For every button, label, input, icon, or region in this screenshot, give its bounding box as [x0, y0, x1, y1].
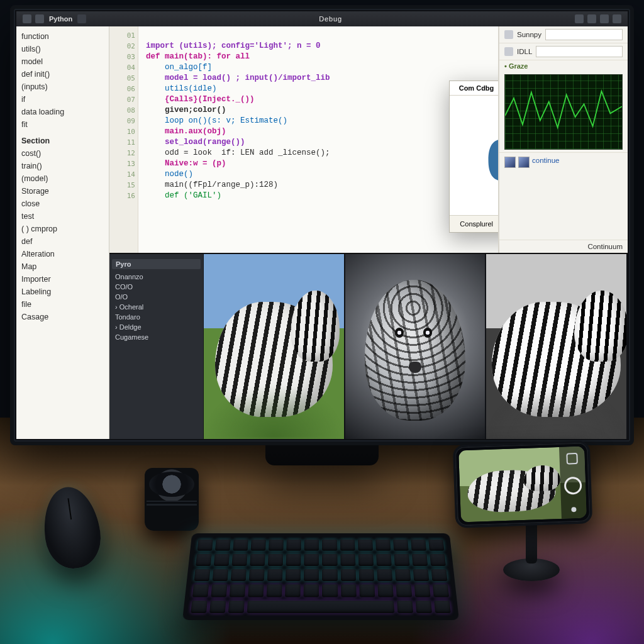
sidebar-item[interactable]: cost(): [20, 147, 105, 160]
sidebar-item[interactable]: model: [20, 55, 105, 68]
sidebar-item[interactable]: Map: [20, 260, 105, 273]
code-line: Naive:w = (p): [146, 159, 226, 168]
sidebar-item[interactable]: ( ) cmprop: [20, 223, 105, 235]
mode-dot-icon[interactable]: [571, 507, 576, 512]
inspector-label: IDLL: [517, 48, 532, 55]
smartphone[interactable]: [453, 440, 592, 528]
line-number: 15: [112, 180, 135, 191]
inspector-input[interactable]: [536, 46, 623, 57]
line-number: 07: [112, 94, 135, 105]
sidebar-item[interactable]: train(): [20, 160, 105, 172]
phone-on-stand: [443, 399, 606, 581]
toolbar-item[interactable]: CO/O: [113, 282, 199, 292]
image-panel-zebra-color[interactable]: [204, 254, 345, 439]
tripod-post: [526, 519, 537, 564]
camera-lens: [145, 468, 199, 531]
line-number: 13: [112, 158, 135, 169]
code-line: on_algo[f]: [146, 63, 212, 72]
asset-filename[interactable]: continue: [532, 157, 559, 168]
dialog-buttons: Consplurel Inchophnet chrobe: [450, 215, 499, 232]
toolbar-item[interactable]: › Deldge: [113, 322, 199, 332]
code-body[interactable]: import (utils); config='Light'; n = 0 de…: [141, 26, 498, 216]
sidebar-item[interactable]: Alteration: [20, 248, 105, 260]
sidebar-item[interactable]: test: [20, 210, 105, 223]
line-number: 08: [112, 105, 135, 116]
sidebar-item[interactable]: close: [20, 197, 105, 210]
minimize-icon[interactable]: [613, 14, 621, 23]
shutter-button[interactable]: [564, 477, 582, 495]
box-icon[interactable]: [504, 30, 513, 39]
code-editor[interactable]: 01 02 03 04 05 06 07 08 09 10 11 12 13 1…: [109, 26, 499, 253]
monitor-frame: Python Debug function utils() model def …: [10, 5, 634, 445]
toolbar-item[interactable]: O/O: [113, 292, 199, 302]
footer-label: Continuum: [587, 243, 623, 250]
sidebar-item[interactable]: file: [20, 298, 105, 311]
sidebar-item[interactable]: Labeling: [20, 286, 105, 298]
line-gutter: 01 02 03 04 05 06 07 08 09 10 11 12 13 1…: [109, 26, 138, 253]
sidebar-item[interactable]: function: [20, 30, 105, 43]
panel-toggle-icon[interactable]: [575, 14, 584, 23]
inspector-pane: Sunnpy IDLL • Graze continue Cont: [499, 26, 628, 253]
line-number: 14: [112, 169, 135, 180]
line-number: 03: [112, 52, 135, 62]
split-icon[interactable]: [600, 14, 609, 23]
sidebar-item[interactable]: Importer: [20, 273, 105, 286]
code-line: node(): [146, 170, 193, 179]
sidebar-item[interactable]: fit: [20, 118, 105, 131]
box-icon[interactable]: [504, 47, 513, 56]
code-line: def main(tab): for all: [146, 52, 250, 61]
sidebar-item[interactable]: (model): [20, 172, 105, 185]
python-dialog[interactable]: Com Cdbg Conner Crumet Consplurel Inchop…: [449, 80, 499, 233]
sidebar-item[interactable]: if: [20, 93, 105, 106]
sidebar-item[interactable]: (inputs): [20, 80, 105, 93]
code-line: loop on()(s: v; Estimate(): [146, 116, 287, 125]
inspector-input[interactable]: [545, 29, 623, 40]
code-line: {Calls}(Inject._()): [146, 95, 255, 104]
thumbnail-icon[interactable]: [504, 157, 516, 168]
code-line: main.aux(obj): [146, 127, 226, 136]
code-line: model = load() ; input()/import_lib: [146, 74, 330, 82]
code-line: set_load(range()): [146, 138, 245, 147]
sidebar-item[interactable]: utils(): [20, 43, 105, 55]
menu-icon[interactable]: [23, 14, 31, 23]
code-line: utils(idle): [146, 84, 217, 93]
signal-scope[interactable]: [504, 74, 623, 150]
sidebar-item[interactable]: def: [20, 235, 105, 248]
code-line: def ('GAIL'): [146, 191, 221, 200]
inspector-label: Sunnpy: [517, 31, 541, 38]
line-number: 12: [112, 148, 135, 158]
line-number: 05: [112, 73, 135, 84]
line-number: 11: [112, 137, 135, 148]
sidebar-item[interactable]: Casage: [20, 311, 105, 323]
toolbar-item[interactable]: Onannzo: [113, 272, 199, 282]
settings-icon[interactable]: [587, 14, 596, 23]
toolbar-item[interactable]: Cugamese: [113, 332, 199, 342]
sidebar-item[interactable]: def init(): [20, 68, 105, 80]
toolbar-item[interactable]: Tondaro: [113, 312, 199, 322]
sidebar-item[interactable]: Storage: [20, 185, 105, 197]
dialog-button[interactable]: Consplurel: [450, 216, 499, 232]
outline-sidebar[interactable]: function utils() model def init() (input…: [16, 26, 109, 439]
sidebar-item[interactable]: Section: [20, 135, 105, 147]
line-number: 01: [112, 30, 135, 41]
python-logo-icon: [450, 96, 499, 215]
keyboard-peripheral: [182, 533, 459, 620]
app-label: Python: [49, 15, 72, 23]
line-number: 16: [112, 191, 135, 201]
sidebar-item[interactable]: data loading: [20, 106, 105, 118]
code-line: main((fFpl/range_p):128): [146, 180, 278, 189]
window-title: Debug: [91, 15, 570, 23]
divider-icon: [77, 14, 86, 23]
thumbnail-icon[interactable]: [518, 157, 530, 168]
flash-icon[interactable]: [566, 453, 578, 465]
workspace: function utils() model def init() (input…: [16, 26, 628, 439]
line-number: 02: [112, 41, 135, 52]
layout-icon[interactable]: [35, 14, 44, 23]
inspector-row: Sunnpy: [499, 26, 628, 43]
thumbnail-row: continue: [499, 152, 628, 172]
toolbar-item[interactable]: › Ocheral: [113, 302, 199, 312]
dialog-tab[interactable]: Com Cdbg: [450, 81, 499, 95]
line-number: 10: [112, 126, 135, 137]
code-line: given;color(): [146, 106, 226, 114]
line-number: 06: [112, 84, 135, 94]
